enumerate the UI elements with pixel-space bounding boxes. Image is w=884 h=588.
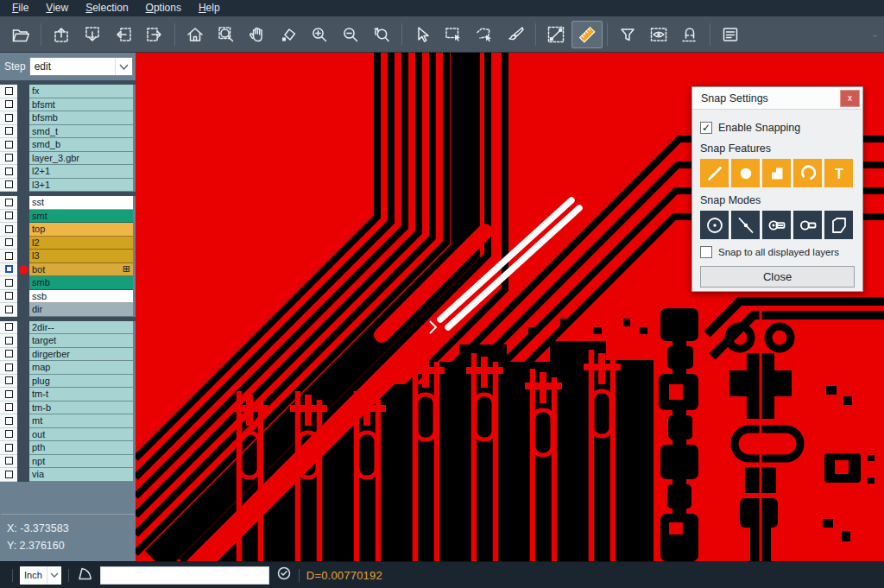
layer-visibility-checkbox[interactable]: [0, 468, 17, 482]
layer-visibility-checkbox[interactable]: [0, 111, 17, 125]
snap-mode-pad-origin-button[interactable]: [762, 211, 791, 239]
snap-all-layers-row[interactable]: Snap to all displayed layers: [700, 246, 855, 258]
apply-check-icon[interactable]: [276, 566, 292, 585]
layer-visibility-checkbox[interactable]: [0, 388, 17, 401]
layer-visibility-checkbox[interactable]: [0, 334, 17, 348]
layer-name-cell[interactable]: l3+1: [29, 179, 133, 193]
chevron-down-icon[interactable]: [115, 58, 132, 75]
pan-up-button[interactable]: [46, 21, 77, 48]
layer-row-map[interactable]: map: [0, 361, 136, 375]
checkbox-icon[interactable]: [5, 471, 13, 478]
layer-row-pth[interactable]: pth: [0, 441, 136, 455]
snap-feature-line-button[interactable]: [700, 159, 729, 187]
zoom-out-button[interactable]: [335, 21, 366, 48]
layer-visibility-checkbox[interactable]: [0, 290, 17, 304]
zoom-previous-button[interactable]: [366, 21, 397, 48]
checkbox-icon[interactable]: [5, 199, 13, 206]
filter-button[interactable]: [612, 21, 643, 48]
layer-visibility-checkbox[interactable]: [0, 321, 17, 335]
layer-row-dir[interactable]: dir: [0, 303, 136, 317]
layer-name-cell[interactable]: dirgerber: [29, 348, 133, 362]
checkbox-icon[interactable]: [5, 265, 13, 273]
layer-name-cell[interactable]: target: [29, 334, 133, 348]
layer-name-cell[interactable]: tm-b: [29, 401, 133, 415]
layer-visibility-checkbox[interactable]: [0, 179, 17, 193]
measure-ruler-button[interactable]: [571, 21, 603, 48]
layer-name-cell[interactable]: bot⊞: [29, 263, 133, 277]
layer-name-cell[interactable]: map: [29, 361, 133, 375]
layer-visibility-checkbox[interactable]: [0, 125, 17, 139]
layer-visibility-checkbox[interactable]: [0, 196, 17, 210]
pan-right-button[interactable]: [139, 21, 170, 48]
layer-row-layer_3.gbr[interactable]: layer_3.gbr: [0, 152, 136, 166]
layer-row-tm-b[interactable]: tm-b: [0, 401, 136, 415]
measure-line-button[interactable]: [540, 21, 571, 48]
chevron-down-icon[interactable]: [47, 566, 61, 585]
layer-name-cell[interactable]: smb: [29, 276, 133, 290]
pan-left-button[interactable]: [108, 21, 139, 48]
layer-name-cell[interactable]: tm-t: [29, 388, 133, 401]
layer-visibility-checkbox[interactable]: [0, 414, 17, 428]
menu-item-file[interactable]: File: [3, 1, 37, 16]
snap-feature-text-button[interactable]: T: [824, 159, 853, 187]
home-view-button[interactable]: [180, 21, 211, 48]
angle-measure-icon[interactable]: [76, 565, 93, 585]
layer-row-smd_b[interactable]: smd_b: [0, 138, 136, 152]
layer-name-cell[interactable]: bfsmb: [29, 111, 133, 125]
checkbox-icon[interactable]: [5, 292, 13, 300]
layer-row-out[interactable]: out: [0, 428, 136, 442]
layer-visibility-checkbox[interactable]: [0, 152, 17, 166]
layer-visibility-checkbox[interactable]: [0, 250, 17, 263]
step-select[interactable]: edit: [29, 57, 133, 76]
checkbox-icon[interactable]: [5, 168, 13, 175]
layer-name-cell[interactable]: 2dir--: [29, 321, 133, 335]
zoom-window-button[interactable]: [211, 21, 242, 48]
checkbox-icon[interactable]: [5, 100, 13, 108]
checkbox-icon[interactable]: [5, 337, 13, 345]
select-brush-button[interactable]: [500, 21, 531, 48]
layer-row-2dir--[interactable]: 2dir--: [0, 321, 136, 335]
layer-name-cell[interactable]: fx: [29, 85, 133, 98]
checkbox-icon[interactable]: [5, 417, 13, 425]
layer-row-fx[interactable]: fx: [0, 85, 136, 98]
select-polygon-button[interactable]: [469, 21, 500, 48]
show-selection-button[interactable]: [643, 21, 674, 48]
layer-row-smd_t[interactable]: smd_t: [0, 125, 136, 139]
layer-name-cell[interactable]: smd_b: [29, 138, 133, 152]
layer-name-cell[interactable]: sst: [29, 196, 133, 210]
layer-row-tm-t[interactable]: tm-t: [0, 388, 136, 401]
layer-name-cell[interactable]: npt: [29, 455, 133, 469]
layer-row-smb[interactable]: smb: [0, 276, 136, 290]
layer-name-cell[interactable]: smd_t: [29, 125, 133, 139]
checkbox-icon[interactable]: [5, 364, 13, 371]
checkbox-icon[interactable]: [5, 141, 13, 149]
layer-visibility-checkbox[interactable]: [0, 210, 17, 224]
layer-name-cell[interactable]: mt: [29, 414, 133, 428]
layer-row-top[interactable]: top: [0, 223, 136, 237]
layer-name-cell[interactable]: top: [29, 223, 133, 237]
layer-row-ssb[interactable]: ssb: [0, 290, 136, 304]
layer-visibility-checkbox[interactable]: [0, 441, 17, 455]
checkbox-icon[interactable]: [5, 323, 13, 331]
pan-down-button[interactable]: [77, 21, 108, 48]
checkbox-icon[interactable]: [5, 444, 13, 452]
layer-name-cell[interactable]: l2+1: [29, 165, 133, 179]
layer-row-via[interactable]: via: [0, 468, 136, 482]
snap-mode-contour-button[interactable]: [824, 211, 853, 239]
layer-visibility-checkbox[interactable]: [0, 98, 17, 112]
dialog-close-button[interactable]: Close: [700, 266, 855, 288]
snap-mode-point-on-line-button[interactable]: [731, 211, 760, 239]
layer-visibility-checkbox[interactable]: [0, 348, 17, 362]
checkbox-icon[interactable]: [5, 430, 13, 438]
checkbox-icon[interactable]: [5, 225, 13, 233]
layer-visibility-checkbox[interactable]: [0, 85, 17, 98]
layer-row-l3[interactable]: l3: [0, 250, 136, 263]
layer-visibility-checkbox[interactable]: [0, 303, 17, 317]
layer-name-cell[interactable]: l3: [29, 250, 133, 263]
snap-all-layers-checkbox[interactable]: [700, 246, 712, 258]
unit-select[interactable]: Inch: [20, 566, 61, 585]
dialog-title-bar[interactable]: Snap Settings x: [692, 87, 862, 110]
snap-magnet-button[interactable]: [674, 21, 705, 48]
layer-name-cell[interactable]: out: [29, 428, 133, 442]
checkbox-icon[interactable]: [5, 403, 13, 411]
